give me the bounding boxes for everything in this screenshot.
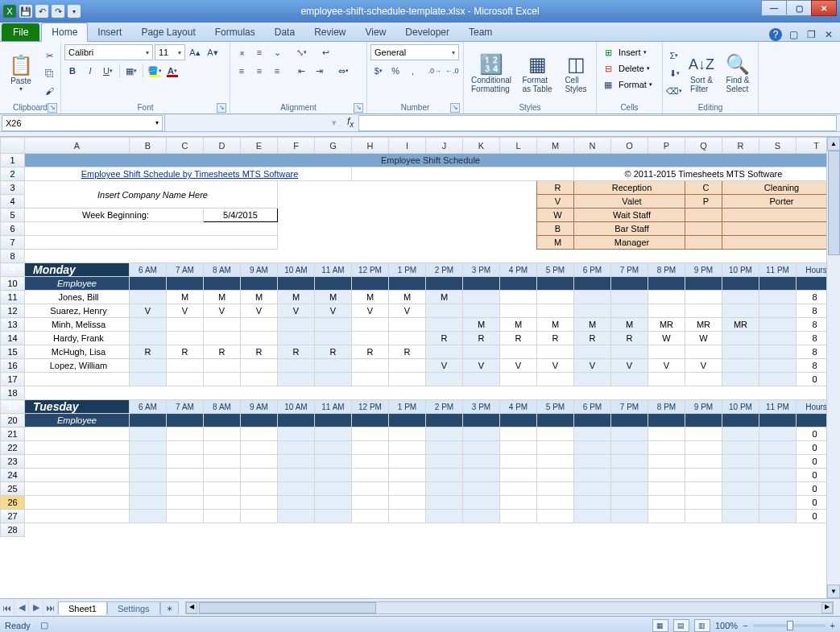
- cell[interactable]: [352, 277, 389, 291]
- name-box-dropdown-icon[interactable]: ▾: [155, 119, 159, 126]
- shift-cell[interactable]: [278, 510, 315, 523]
- shift-cell[interactable]: R: [389, 345, 426, 359]
- row-header[interactable]: 21: [1, 428, 25, 441]
- shift-cell[interactable]: [278, 455, 315, 469]
- shift-cell[interactable]: [204, 482, 241, 496]
- shift-cell[interactable]: [574, 469, 611, 482]
- row-header[interactable]: 28: [1, 523, 25, 537]
- format-painter-button[interactable]: 🖌: [41, 83, 57, 99]
- align-middle-button[interactable]: ≡: [251, 44, 267, 60]
- accounting-format-button[interactable]: $▾: [370, 63, 386, 79]
- shift-cell[interactable]: [648, 455, 685, 469]
- shift-cell[interactable]: [611, 455, 648, 469]
- row-header[interactable]: 4: [1, 195, 25, 209]
- link-cell[interactable]: Employee Shift Schedule by Timesheets MT…: [25, 167, 352, 181]
- shift-cell[interactable]: [241, 373, 278, 386]
- cell[interactable]: [648, 414, 685, 428]
- shift-cell[interactable]: [352, 359, 389, 373]
- tab-nav-prev-icon[interactable]: ◀: [14, 601, 29, 615]
- shift-cell[interactable]: [500, 510, 537, 523]
- legend-desc-cell[interactable]: Valet: [574, 195, 685, 209]
- cancel-formula-icon[interactable]: ▾: [326, 118, 342, 128]
- shift-cell[interactable]: [500, 291, 537, 304]
- shift-cell[interactable]: [685, 482, 722, 496]
- tab-nav-last-icon[interactable]: ⏭: [43, 601, 58, 615]
- shift-cell[interactable]: [685, 510, 722, 523]
- shift-cell[interactable]: [759, 455, 797, 469]
- italic-button[interactable]: I: [82, 63, 98, 79]
- shift-cell[interactable]: M: [500, 318, 537, 332]
- formula-input[interactable]: [358, 115, 837, 131]
- cell[interactable]: [204, 277, 241, 291]
- tab-developer[interactable]: Developer: [395, 23, 459, 41]
- employee-name-cell[interactable]: [25, 428, 130, 441]
- cell[interactable]: [204, 414, 241, 428]
- decrease-decimal-button[interactable]: ←.0: [445, 63, 460, 79]
- shift-cell[interactable]: [722, 510, 759, 523]
- shift-cell[interactable]: [648, 441, 685, 455]
- row-header[interactable]: 6: [1, 222, 25, 236]
- shift-cell[interactable]: [426, 428, 463, 441]
- shift-cell[interactable]: [611, 373, 648, 386]
- shift-cell[interactable]: [278, 332, 315, 345]
- cell[interactable]: [574, 414, 611, 428]
- shift-cell[interactable]: [130, 428, 167, 441]
- shift-cell[interactable]: R: [500, 332, 537, 345]
- time-header-cell[interactable]: 6 AM: [130, 263, 167, 277]
- shift-cell[interactable]: [537, 304, 574, 318]
- row-header[interactable]: 5: [1, 209, 25, 222]
- col-header[interactable]: H: [352, 138, 389, 154]
- shift-cell[interactable]: [537, 510, 574, 523]
- shift-cell[interactable]: [389, 510, 426, 523]
- shift-cell[interactable]: [130, 441, 167, 455]
- shift-cell[interactable]: [426, 469, 463, 482]
- employee-name-cell[interactable]: [25, 441, 130, 455]
- shift-cell[interactable]: V: [167, 304, 204, 318]
- shift-cell[interactable]: [352, 373, 389, 386]
- shift-cell[interactable]: [130, 455, 167, 469]
- shift-cell[interactable]: [426, 441, 463, 455]
- font-name-combo[interactable]: Calibri▾: [64, 44, 153, 60]
- shift-cell[interactable]: [574, 441, 611, 455]
- shift-cell[interactable]: [574, 428, 611, 441]
- shift-cell[interactable]: [130, 332, 167, 345]
- shift-cell[interactable]: M: [611, 318, 648, 332]
- shift-cell[interactable]: [648, 496, 685, 510]
- zoom-slider[interactable]: [753, 624, 826, 627]
- font-size-combo[interactable]: 11▾: [155, 44, 185, 60]
- cell[interactable]: [574, 277, 611, 291]
- font-color-button[interactable]: A▾: [164, 63, 180, 79]
- shift-cell[interactable]: [722, 332, 759, 345]
- shift-cell[interactable]: [500, 304, 537, 318]
- shift-cell[interactable]: [278, 373, 315, 386]
- name-box[interactable]: X26▾: [2, 115, 163, 131]
- time-header-cell[interactable]: 2 PM: [426, 263, 463, 277]
- legend-desc-cell[interactable]: [722, 222, 837, 236]
- shift-cell[interactable]: [204, 469, 241, 482]
- clipboard-launcher-icon[interactable]: ↘: [48, 103, 57, 113]
- percent-format-button[interactable]: %: [387, 63, 403, 79]
- shift-cell[interactable]: R: [167, 345, 204, 359]
- cells-delete-icon[interactable]: ⊟: [600, 60, 616, 76]
- tab-view[interactable]: View: [356, 23, 396, 41]
- shift-cell[interactable]: R: [278, 345, 315, 359]
- cell[interactable]: [685, 414, 722, 428]
- row-header[interactable]: 10: [1, 277, 25, 291]
- shift-cell[interactable]: [463, 345, 500, 359]
- view-normal-button[interactable]: ▦: [652, 619, 668, 632]
- tab-review[interactable]: Review: [304, 23, 355, 41]
- shift-cell[interactable]: R: [204, 345, 241, 359]
- employee-name-cell[interactable]: [25, 510, 130, 523]
- time-header-cell[interactable]: 9 PM: [685, 263, 722, 277]
- cell[interactable]: [130, 414, 167, 428]
- shift-cell[interactable]: [204, 332, 241, 345]
- row-header[interactable]: 18: [1, 386, 25, 400]
- hscroll-right-icon[interactable]: ▶: [821, 602, 833, 613]
- shift-cell[interactable]: [685, 291, 722, 304]
- shift-cell[interactable]: [278, 496, 315, 510]
- shift-cell[interactable]: [315, 482, 352, 496]
- shift-cell[interactable]: [759, 318, 797, 332]
- merge-center-button[interactable]: ⇔▾: [335, 63, 351, 79]
- alignment-launcher-icon[interactable]: ↘: [354, 103, 363, 113]
- align-bottom-button[interactable]: ⌄: [269, 44, 285, 60]
